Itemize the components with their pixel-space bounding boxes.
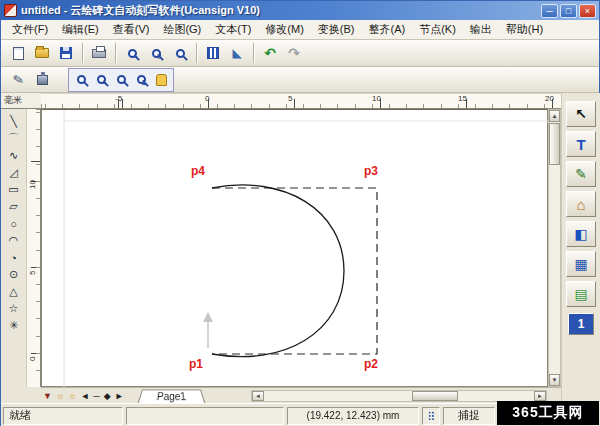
stamp-button[interactable] (30, 69, 54, 91)
text-tool[interactable]: T (566, 131, 596, 157)
measure-icon: ⌂ (576, 196, 585, 213)
page-next-button[interactable]: ► (115, 391, 124, 401)
blocks-tool[interactable]: ▤ (566, 281, 596, 307)
arc-segment-tool[interactable]: ◠ (4, 232, 24, 249)
canvas-vertical-scrollbar[interactable]: ▲ ▼ (548, 109, 561, 387)
menu-text[interactable]: 文本(T) (208, 20, 258, 39)
scroll-down-button[interactable]: ▼ (549, 374, 560, 386)
zoom-in-button[interactable]: + (120, 42, 144, 64)
minus-glyph: − (122, 78, 127, 87)
menu-file[interactable]: 文件(F) (5, 20, 55, 39)
new-button[interactable] (6, 42, 30, 64)
parallelogram-tool[interactable]: ▱ (4, 198, 24, 215)
menu-align[interactable]: 整齐(A) (362, 20, 413, 39)
info-icon: 1 (578, 317, 585, 331)
vertical-scroll-thumb[interactable] (549, 123, 560, 165)
polyline-tool[interactable]: ◿ (4, 164, 24, 181)
open-button[interactable] (30, 42, 54, 64)
arc-tool[interactable]: ⌒ (4, 130, 24, 147)
undo-button[interactable]: ↶ (258, 42, 282, 64)
menu-view[interactable]: 查看(V) (106, 20, 157, 39)
open-folder-icon (35, 48, 49, 58)
vruler-label: 5 (28, 271, 37, 275)
line-tool[interactable]: ╲ (4, 113, 24, 130)
redo-button[interactable]: ↷ (282, 42, 306, 64)
curve-tool[interactable]: ∿ (4, 147, 24, 164)
vruler-label: 0 (28, 357, 37, 361)
snap-toggle-button[interactable]: 捕捉 (443, 407, 495, 425)
menu-edit[interactable]: 编辑(E) (55, 20, 106, 39)
grid-icon (428, 411, 434, 421)
zoom-page-button[interactable] (168, 42, 192, 64)
grid-toggle-button[interactable] (422, 407, 440, 425)
menu-modify[interactable]: 修改(M) (258, 20, 311, 39)
triangle-ruler-icon: ◣ (232, 46, 241, 60)
select-tool[interactable]: ↖ (566, 101, 596, 127)
origin-arrow-head (203, 312, 213, 322)
right-tools-palette: ↖ T ✎ ⌂ ◧ ▦ ▤ 1 (561, 93, 600, 403)
polygon-tool[interactable]: △ (4, 283, 24, 300)
spiral-icon: ⊙ (9, 268, 18, 281)
page-bar: ▼ ☼ ☼ ◄ ─ ◆ ► Page1 ◄ ► (41, 387, 561, 403)
dashed-construction-lines (212, 188, 377, 354)
measure-tool[interactable]: ⌂ (566, 191, 596, 217)
node-edit-icon: ✎ (575, 166, 587, 182)
menu-bar: 文件(F) 编辑(E) 查看(V) 绘图(G) 文本(T) 修改(M) 变换(B… (1, 20, 599, 40)
scroll-up-button[interactable]: ▲ (549, 110, 560, 122)
pan-button[interactable] (151, 70, 171, 90)
question-glyph: ? (157, 52, 162, 61)
spiral-tool[interactable]: ⊙ (4, 266, 24, 283)
one-glyph: 1 (142, 78, 146, 87)
scroll-right-button[interactable]: ► (534, 391, 546, 401)
menu-transform[interactable]: 变换(B) (311, 20, 362, 39)
zoom-in-button-2[interactable]: + (91, 70, 111, 90)
new-file-icon (13, 47, 24, 60)
zoom-window-button[interactable] (71, 70, 91, 90)
d-curve-path[interactable] (212, 185, 344, 357)
flower-tool[interactable]: ✳ (4, 317, 24, 334)
page-first-button[interactable]: ▼ (43, 391, 52, 401)
menu-output[interactable]: 输出 (463, 20, 499, 39)
curve-icon: ∿ (9, 149, 18, 162)
print-button[interactable] (87, 42, 111, 64)
menu-draw[interactable]: 绘图(G) (156, 20, 208, 39)
engrave-pen-button[interactable]: ✎ (6, 69, 30, 91)
zoom-out-button[interactable]: − (111, 70, 131, 90)
info-tool[interactable]: 1 (568, 313, 594, 335)
horizontal-scroll-thumb[interactable] (412, 391, 458, 401)
menu-help[interactable]: 帮助(H) (499, 20, 550, 39)
undo-arrow-icon: ↶ (264, 45, 276, 61)
ellipse-tool[interactable]: ○ (4, 215, 24, 232)
minimize-button[interactable]: ─ (541, 4, 558, 18)
ruler-button[interactable]: ◣ (225, 42, 249, 64)
stats-button[interactable] (201, 42, 225, 64)
zoom-actual-button[interactable]: 1 (131, 70, 151, 90)
toolbar-separator (196, 43, 197, 63)
maximize-button[interactable]: □ (560, 4, 577, 18)
hruler-label: 0 (205, 94, 209, 103)
rectangle-tool[interactable]: ▭ (4, 181, 24, 198)
page-tab[interactable]: Page1 (137, 389, 205, 403)
grid-layout-tool[interactable]: ▦ (566, 251, 596, 277)
fill-tool[interactable]: ◧ (566, 221, 596, 247)
star-tool[interactable]: ☆ (4, 300, 24, 317)
page-prev-button[interactable]: ◄ (80, 391, 89, 401)
zoom-in-icon: + (97, 75, 106, 84)
hruler-label: 15 (458, 94, 467, 103)
toolbar-separator (82, 43, 83, 63)
hruler-label: 5 (288, 94, 292, 103)
plus-glyph: + (102, 78, 107, 87)
close-button[interactable]: × (579, 4, 596, 18)
page-dash-icon: ─ (93, 391, 99, 401)
pie-tool[interactable]: ◔ (4, 249, 24, 266)
select-arrow-icon: ↖ (575, 106, 587, 122)
save-button[interactable] (54, 42, 78, 64)
scroll-left-button[interactable]: ◄ (252, 391, 264, 401)
menu-node[interactable]: 节点(K) (412, 20, 463, 39)
drawing-canvas[interactable]: p4 p3 p1 p2 (41, 109, 548, 387)
node-edit-tool[interactable]: ✎ (566, 161, 596, 187)
printer-icon (92, 49, 106, 58)
pen-icon: ✎ (11, 71, 24, 88)
status-ready: 就绪 (3, 407, 123, 425)
zoom-all-button[interactable]: ? (144, 42, 168, 64)
